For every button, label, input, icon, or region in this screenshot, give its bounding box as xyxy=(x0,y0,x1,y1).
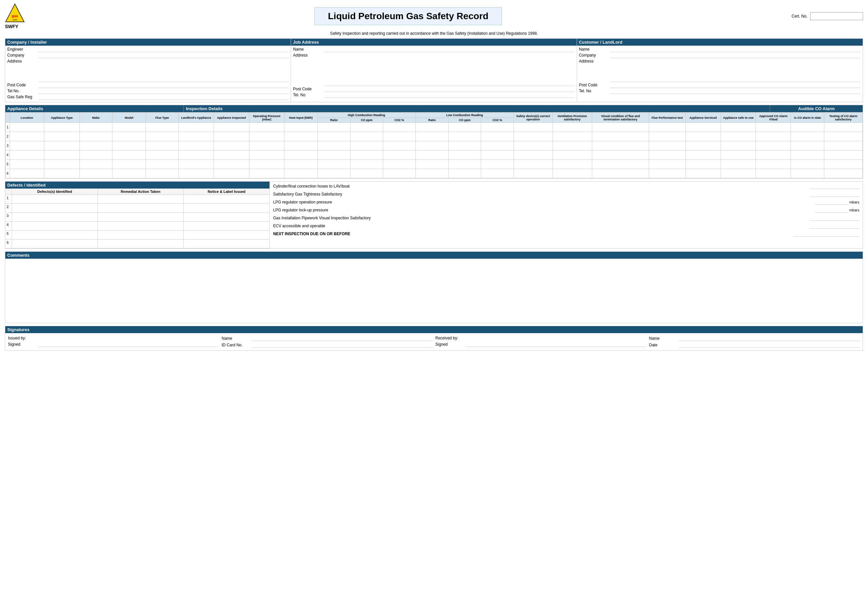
table-cell-input[interactable] xyxy=(147,153,177,157)
defects-right-value-input[interactable] xyxy=(793,231,859,236)
table-cell-input[interactable] xyxy=(81,126,112,129)
table-cell-input[interactable] xyxy=(482,144,512,147)
table-cell-input[interactable] xyxy=(180,163,212,166)
table-cell-input[interactable] xyxy=(825,163,862,166)
table-cell-input[interactable] xyxy=(352,172,382,175)
table-cell-input[interactable] xyxy=(250,144,283,147)
job-telno-input[interactable] xyxy=(324,93,574,98)
table-cell-input[interactable] xyxy=(147,172,177,175)
table-cell-input[interactable] xyxy=(792,172,823,175)
defects-cell-input[interactable] xyxy=(183,231,270,239)
table-cell-input[interactable] xyxy=(250,172,283,175)
issued-signed-input[interactable] xyxy=(38,342,219,347)
defects-cell-input[interactable] xyxy=(98,231,183,239)
table-cell-input[interactable] xyxy=(384,153,414,157)
table-cell-input[interactable] xyxy=(515,172,552,175)
table-cell-input[interactable] xyxy=(180,126,212,129)
table-cell-input[interactable] xyxy=(285,135,316,138)
table-cell-input[interactable] xyxy=(81,163,112,166)
table-cell-input[interactable] xyxy=(450,163,480,166)
table-cell-input[interactable] xyxy=(215,135,248,138)
table-cell-input[interactable] xyxy=(593,135,648,138)
table-cell-input[interactable] xyxy=(722,135,755,138)
table-cell-input[interactable] xyxy=(722,153,755,157)
defects-cell-input[interactable] xyxy=(98,204,183,212)
table-cell-input[interactable] xyxy=(650,163,684,166)
table-cell-input[interactable] xyxy=(650,126,684,129)
table-cell-input[interactable] xyxy=(482,163,512,166)
table-cell-input[interactable] xyxy=(180,172,212,175)
table-cell-input[interactable] xyxy=(113,126,144,129)
table-cell-input[interactable] xyxy=(722,144,755,147)
table-cell-input[interactable] xyxy=(554,126,591,129)
company-input[interactable] xyxy=(38,53,289,58)
defects-right-value-input[interactable] xyxy=(815,207,848,213)
table-cell-input[interactable] xyxy=(482,172,512,175)
table-cell-input[interactable] xyxy=(250,163,283,166)
table-cell-input[interactable] xyxy=(11,163,43,166)
table-cell-input[interactable] xyxy=(45,144,78,147)
table-cell-input[interactable] xyxy=(515,135,552,138)
table-cell-input[interactable] xyxy=(45,153,78,157)
table-cell-input[interactable] xyxy=(515,126,552,129)
table-cell-input[interactable] xyxy=(285,144,316,147)
table-cell-input[interactable] xyxy=(352,153,382,157)
table-cell-input[interactable] xyxy=(757,153,790,157)
table-cell-input[interactable] xyxy=(215,163,248,166)
defects-cell-input[interactable] xyxy=(183,213,270,220)
table-cell-input[interactable] xyxy=(593,172,648,175)
table-cell-input[interactable] xyxy=(687,135,719,138)
table-cell-input[interactable] xyxy=(825,135,862,138)
table-cell-input[interactable] xyxy=(554,144,591,147)
table-cell-input[interactable] xyxy=(81,135,112,138)
table-cell-input[interactable] xyxy=(650,153,684,157)
issued-name-input[interactable] xyxy=(251,336,432,341)
table-cell-input[interactable] xyxy=(554,172,591,175)
table-cell-input[interactable] xyxy=(450,144,480,147)
table-cell-input[interactable] xyxy=(482,153,512,157)
cust-postcode-input[interactable] xyxy=(610,83,861,88)
table-cell-input[interactable] xyxy=(11,135,43,138)
defects-cell-input[interactable] xyxy=(12,239,98,247)
comments-input[interactable] xyxy=(7,261,861,320)
defects-right-value-input[interactable] xyxy=(810,223,859,228)
table-cell-input[interactable] xyxy=(687,163,719,166)
table-cell-input[interactable] xyxy=(757,172,790,175)
table-cell-input[interactable] xyxy=(757,126,790,129)
table-cell-input[interactable] xyxy=(417,172,447,175)
cust-name-input[interactable] xyxy=(610,47,861,52)
table-cell-input[interactable] xyxy=(180,153,212,157)
table-cell-input[interactable] xyxy=(515,163,552,166)
table-cell-input[interactable] xyxy=(384,144,414,147)
defects-cell-input[interactable] xyxy=(12,204,98,212)
table-cell-input[interactable] xyxy=(593,153,648,157)
table-cell-input[interactable] xyxy=(417,135,447,138)
table-cell-input[interactable] xyxy=(147,163,177,166)
issued-id-input[interactable] xyxy=(251,342,432,348)
table-cell-input[interactable] xyxy=(482,126,512,129)
table-cell-input[interactable] xyxy=(113,172,144,175)
table-cell-input[interactable] xyxy=(722,163,755,166)
table-cell-input[interactable] xyxy=(215,172,248,175)
table-cell-input[interactable] xyxy=(319,126,350,129)
defects-cell-input[interactable] xyxy=(98,239,183,247)
engineer-input[interactable] xyxy=(38,47,289,52)
table-cell-input[interactable] xyxy=(450,126,480,129)
job-address-input[interactable] xyxy=(324,53,574,86)
table-cell-input[interactable] xyxy=(45,126,78,129)
job-name-input[interactable] xyxy=(324,47,574,52)
cust-telno-input[interactable] xyxy=(610,88,861,94)
postcode-input[interactable] xyxy=(38,83,289,88)
received-signed-input[interactable] xyxy=(465,342,646,347)
cust-address-input[interactable] xyxy=(610,59,861,82)
table-cell-input[interactable] xyxy=(687,126,719,129)
table-cell-input[interactable] xyxy=(792,135,823,138)
defects-cell-input[interactable] xyxy=(98,222,183,230)
table-cell-input[interactable] xyxy=(417,163,447,166)
table-cell-input[interactable] xyxy=(285,153,316,157)
table-cell-input[interactable] xyxy=(554,163,591,166)
table-cell-input[interactable] xyxy=(757,144,790,147)
table-cell-input[interactable] xyxy=(352,126,382,129)
table-cell-input[interactable] xyxy=(81,144,112,147)
table-cell-input[interactable] xyxy=(792,126,823,129)
